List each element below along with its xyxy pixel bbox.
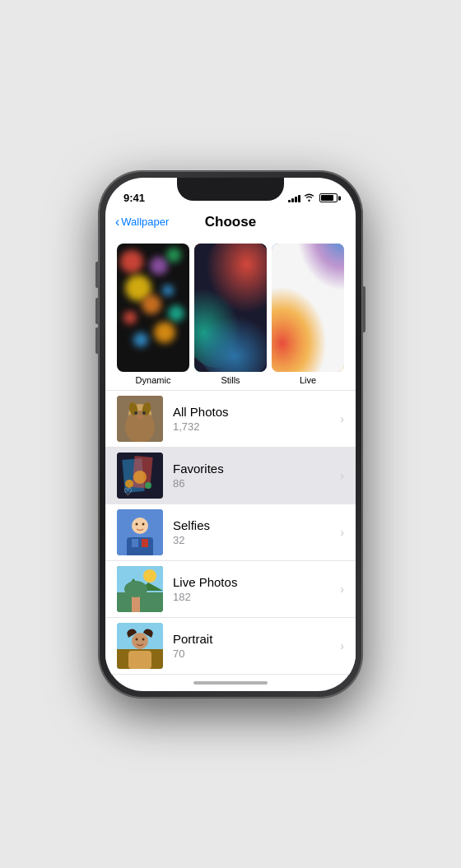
svg-point-20 [145, 482, 151, 489]
back-chevron-icon: ‹ [115, 215, 119, 230]
home-indicator [193, 681, 268, 685]
svg-point-42 [136, 638, 138, 640]
dynamic-thumbnail[interactable] [117, 244, 189, 372]
live-thumbnail[interactable] [272, 244, 344, 372]
all-photos-chevron-icon: › [340, 412, 344, 425]
selfies-name: Selfies [173, 518, 340, 532]
album-live-photos[interactable]: Live Photos 182 › [105, 561, 356, 618]
svg-point-43 [142, 638, 145, 640]
all-photos-count: 1,732 [173, 420, 340, 433]
stills-thumbnail[interactable] [194, 244, 267, 372]
favorites-name: Favorites [173, 462, 340, 476]
back-button[interactable]: ‹ Wallpaper [115, 215, 169, 230]
selfies-count: 32 [173, 534, 340, 546]
portrait-chevron-icon: › [340, 639, 344, 652]
album-favorites[interactable]: ♡ Favorites 86 › [105, 448, 356, 504]
dynamic-label: Dynamic [136, 375, 171, 385]
svg-point-27 [134, 521, 146, 531]
svg-point-14 [137, 415, 143, 420]
portrait-count: 70 [173, 648, 340, 660]
scroll-content[interactable]: Dynamic [105, 237, 356, 676]
svg-point-13 [142, 411, 146, 415]
back-label: Wallpaper [121, 216, 169, 228]
all-photos-name: All Photos [173, 405, 340, 419]
favorites-thumbnail: ♡ [117, 453, 163, 499]
category-live[interactable]: Live [272, 244, 344, 385]
all-photos-thumbnail [117, 396, 163, 442]
svg-rect-25 [132, 539, 138, 547]
album-portrait[interactable]: Portrait 70 › [105, 618, 356, 675]
status-icons [288, 193, 338, 203]
selfies-chevron-icon: › [340, 526, 344, 539]
live-photos-info: Live Photos 182 [173, 575, 340, 603]
category-dynamic[interactable]: Dynamic [117, 244, 189, 385]
svg-rect-40 [128, 651, 151, 669]
live-photos-thumbnail [117, 566, 163, 612]
nav-bar: ‹ Wallpaper Choose [105, 211, 356, 237]
portrait-name: Portrait [173, 632, 340, 646]
wallpaper-categories: Dynamic [105, 237, 356, 390]
selfies-info: Selfies 32 [173, 518, 340, 546]
portrait-info: Portrait 70 [173, 632, 340, 660]
photo-list: All Photos 1,732 › [105, 390, 356, 675]
notch [177, 178, 284, 201]
battery-icon [319, 193, 338, 202]
album-selfies[interactable]: Selfies 32 › [105, 504, 356, 561]
favorites-info: Favorites 86 [173, 462, 340, 490]
svg-rect-24 [127, 537, 153, 555]
svg-text:♡: ♡ [123, 486, 133, 498]
signal-icon [288, 194, 300, 202]
favorites-count: 86 [173, 477, 340, 490]
phone-frame: 9:41 [99, 171, 362, 698]
live-photos-name: Live Photos [173, 575, 340, 589]
page-title: Choose [205, 214, 256, 230]
svg-point-36 [124, 581, 147, 597]
svg-rect-26 [142, 539, 148, 547]
svg-point-33 [143, 569, 156, 583]
svg-point-29 [142, 522, 145, 525]
status-time: 9:41 [123, 192, 145, 204]
wifi-icon [304, 193, 314, 203]
portrait-thumbnail [117, 623, 163, 669]
live-photos-count: 182 [173, 591, 340, 603]
all-photos-info: All Photos 1,732 [173, 405, 340, 433]
stills-label: Stills [221, 375, 240, 385]
live-photos-chevron-icon: › [340, 583, 344, 596]
category-stills[interactable]: Stills [194, 244, 267, 385]
album-all-photos[interactable]: All Photos 1,732 › [105, 391, 356, 448]
selfies-thumbnail [117, 509, 163, 555]
svg-point-19 [133, 471, 147, 484]
svg-point-28 [136, 522, 138, 525]
svg-point-12 [134, 411, 137, 415]
favorites-chevron-icon: › [340, 469, 344, 482]
live-label: Live [300, 375, 316, 385]
phone-screen: 9:41 [105, 178, 356, 691]
